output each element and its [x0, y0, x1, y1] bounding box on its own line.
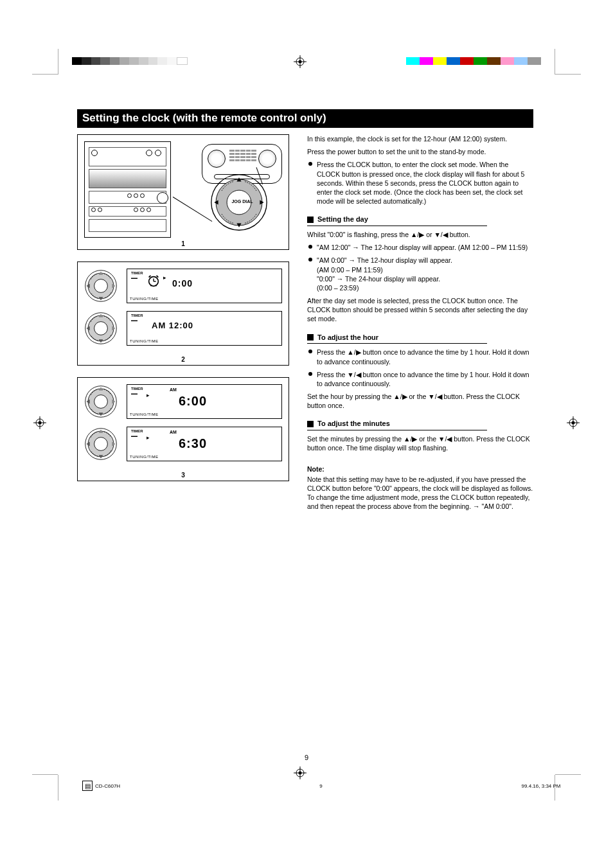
timer-indicator: TIMER: [131, 271, 143, 275]
crop-mark: [32, 74, 58, 75]
display-value: 0:00: [172, 278, 193, 288]
figure-2: TIMER ▬▬: [77, 261, 289, 366]
bullet-icon: [308, 162, 312, 166]
figure-number: 2: [181, 356, 185, 363]
registration-mark-icon: [567, 416, 580, 429]
step-heading: To adjust the hour: [307, 333, 533, 342]
lcd-display: TIMER ▬▬: [127, 269, 282, 303]
step-text: After the day set mode is selected, pres…: [307, 296, 533, 324]
tuning-time-label: TUNING/TIME: [130, 412, 159, 416]
instruction-text: Press the ▼/◀ button once to advance the…: [317, 370, 533, 388]
instruction-bullet: "AM 0:00" → The 12-hour display will app…: [307, 256, 533, 292]
timer-indicator: TIMER: [131, 314, 143, 317]
svg-point-47: [94, 438, 108, 451]
step-text: Whilst "0:00" is flashing, press the ▲/▶…: [307, 230, 533, 239]
bullet-icon: [308, 372, 312, 376]
file-icon: ▤: [82, 781, 93, 791]
lcd-display: TIMER ▬▬ ▸ AM 6:30 TUNING/TIME: [127, 427, 282, 461]
timer-indicator: TIMER: [131, 387, 143, 391]
tuning-time-label: TUNING/TIME: [130, 297, 159, 301]
instruction-text: "AM 0:00" → The 12-hour display will app…: [317, 256, 452, 292]
step-text: Set the hour by pressing the ▲/▶ or the …: [307, 392, 533, 410]
jog-dial-label: JOG DIAL: [229, 199, 255, 204]
display-value: 6:30: [179, 436, 207, 451]
instruction-bullet: "AM 12:00" → The 12-hour display will ap…: [307, 243, 533, 252]
figure-1: JOG DIAL 1: [77, 134, 289, 250]
crop-mark: [58, 49, 58, 75]
crop-mark: [555, 74, 581, 75]
jog-dial-icon: [84, 385, 118, 418]
crop-mark: [32, 774, 58, 775]
note-heading: Note:: [307, 465, 533, 474]
square-bullet-icon: [307, 334, 314, 341]
figure-number: 1: [181, 240, 185, 247]
footer-filename: CD-C607H: [95, 783, 120, 789]
bullet-icon: [308, 258, 312, 261]
intro-text: Press the power button to set the unit t…: [307, 147, 533, 156]
bullet-icon: [308, 245, 312, 249]
bullet-icon: [308, 350, 312, 353]
registration-mark-icon: [33, 416, 46, 429]
footer-metadata: ▤ CD-C607H 9 99.4.16, 3:34 PM: [82, 781, 561, 791]
timer-indicator: TIMER: [131, 429, 143, 433]
step-text: Set the minutes by pressing the ▲/▶ or t…: [307, 434, 533, 452]
divider: [307, 226, 487, 226]
step-heading: To adjust the minutes: [307, 419, 533, 429]
square-bullet-icon: [307, 421, 314, 427]
am-indicator: AM: [170, 387, 177, 392]
step-heading: Setting the day: [307, 215, 533, 224]
jog-dial-icon: [84, 269, 118, 303]
color-calibration-bar: [406, 57, 541, 65]
jog-dial-icon: [84, 312, 118, 345]
am-indicator: AM: [170, 430, 177, 434]
svg-point-37: [94, 322, 108, 335]
square-bullet-icon: [307, 217, 314, 223]
crop-mark: [555, 774, 581, 775]
tuning-time-label: TUNING/TIME: [130, 339, 159, 343]
registration-mark-icon: [294, 55, 306, 68]
manual-page: Setting the clock (with the remote contr…: [77, 109, 533, 515]
stereo-illustration: [84, 141, 171, 238]
footer-timestamp: 99.4.16, 3:34 PM: [522, 783, 561, 789]
display-value: 6:00: [179, 394, 207, 409]
grayscale-calibration-bar: [72, 57, 188, 65]
svg-point-42: [94, 395, 108, 409]
instruction-text: "AM 12:00" → The 12-hour display will ap…: [317, 243, 528, 252]
registration-mark-icon: [294, 766, 306, 779]
svg-line-32: [157, 276, 159, 278]
instruction-bullet: Press the ▼/◀ button once to advance the…: [307, 370, 533, 388]
lcd-display: TIMER ▬▬ AM 12:00 TUNING/TIME: [127, 311, 282, 346]
tuning-time-label: TUNING/TIME: [130, 455, 159, 459]
lcd-display: TIMER ▬▬ ▸ AM 6:00 TUNING/TIME: [127, 384, 282, 419]
jog-dial-icon: [84, 427, 118, 461]
figure-column: JOG DIAL 1: [77, 134, 289, 515]
step-title: To adjust the minutes: [317, 419, 390, 429]
alarm-clock-icon: [147, 274, 161, 287]
svg-point-25: [94, 279, 108, 293]
figure-3: TIMER ▬▬ ▸ AM 6:00 TUNING/TIME: [77, 377, 289, 481]
figure-number: 3: [181, 472, 185, 479]
jog-dial-callout: JOG DIAL: [210, 173, 268, 231]
instruction-text: Press the CLOCK button, to enter the clo…: [317, 160, 533, 206]
step-title: Setting the day: [317, 215, 368, 224]
instruction-column: In this example, the clock is set for th…: [307, 134, 533, 515]
instruction-bullet: Press the ▲/▶ button once to advance the…: [307, 348, 533, 366]
instruction-bullet: Press the CLOCK button, to enter the clo…: [307, 160, 533, 206]
note-text: Note that this setting may have to be re…: [307, 475, 533, 511]
display-value: AM 12:00: [152, 321, 193, 330]
intro-text: In this example, the clock is set for th…: [307, 134, 533, 143]
crop-mark: [555, 49, 555, 75]
page-number: 9: [305, 754, 308, 761]
footer-pagecount: 9: [319, 783, 322, 789]
divider: [307, 430, 487, 430]
crop-mark: [58, 775, 58, 801]
divider: [307, 343, 487, 344]
step-title: To adjust the hour: [317, 333, 378, 342]
section-title: Setting the clock (with the remote contr…: [77, 109, 533, 128]
instruction-text: Press the ▲/▶ button once to advance the…: [317, 348, 533, 366]
svg-line-31: [149, 276, 151, 278]
